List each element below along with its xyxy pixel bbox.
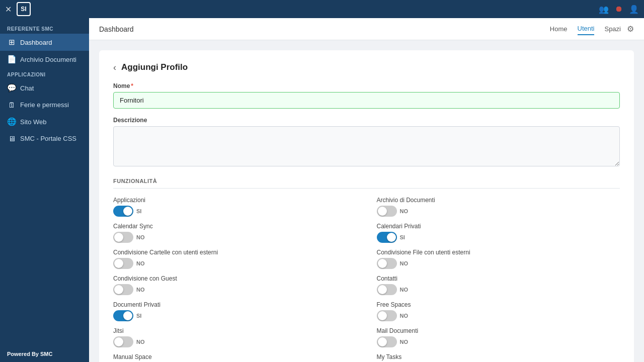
toggle-item-archivio_doc: Archivio di DocumentiNO (377, 197, 620, 217)
toggle-switch-documenti_privati[interactable] (113, 310, 133, 321)
content-area: Dashboard Home Utenti Spazi ⚙ ‹ Aggiungi… (89, 18, 644, 362)
toggle-row-condivisione_cartelle: NO (113, 258, 357, 269)
toggle-label-my_tasks: My Tasks (377, 353, 620, 360)
toggle-status-applicazioni: SI (136, 208, 141, 214)
toggle-item-calendar_sync: Calendar SyncNO (113, 223, 357, 243)
toggle-track-condivisione_cartelle (113, 258, 133, 269)
section-line (113, 188, 620, 189)
sidebar-item-dashboard[interactable]: ⊞ Dashboard (0, 34, 89, 51)
close-button[interactable]: ✕ (5, 5, 12, 14)
app-logo: SI (17, 2, 31, 16)
toggle-track-free_spaces (377, 310, 397, 321)
toggle-label-condivisione_guest: Condivisione con Guest (113, 275, 357, 282)
toggle-switch-calendari_privati[interactable] (377, 232, 397, 243)
toggle-thumb-condivisione_cartelle (114, 259, 123, 268)
toggle-row-condivisione_file: NO (377, 258, 620, 269)
toggle-status-free_spaces: NO (400, 313, 409, 319)
nav-home[interactable]: Home (550, 23, 568, 35)
dashboard-icon: ⊞ (7, 38, 16, 47)
toggle-item-documenti_privati: Documenti PrivatiSI (113, 301, 357, 321)
toggle-thumb-documenti_privati (123, 311, 132, 320)
toggle-row-calendari_privati: SI (377, 232, 620, 243)
sidebar-section-applicazioni: APPLICAZIONI (0, 68, 89, 79)
users-icon[interactable]: 👥 (599, 5, 609, 14)
toggle-thumb-free_spaces (378, 311, 387, 320)
toggle-row-contatti: NO (377, 284, 620, 295)
sidebar-item-ferie[interactable]: 🗓 Ferie e permessi (0, 97, 89, 113)
sidebar-item-portale[interactable]: 🖥 SMC - Portale CSS (0, 130, 89, 147)
nav-spazi[interactable]: Spazi (604, 23, 621, 35)
toggle-label-condivisione_file: Condivisione File con utenti esterni (377, 249, 620, 256)
toggle-label-documenti_privati: Documenti Privati (113, 301, 357, 308)
toggle-status-mail_documenti: NO (400, 339, 409, 345)
toggle-switch-calendar_sync[interactable] (113, 232, 133, 243)
sidebar-item-sito[interactable]: 🌐 Sito Web (0, 113, 89, 130)
toggle-item-mail_documenti: Mail DocumentiNO (377, 327, 620, 347)
toggle-switch-mail_documenti[interactable] (377, 336, 397, 347)
toggle-label-calendari_privati: Calendari Privati (377, 223, 620, 230)
toggle-label-archivio_doc: Archivio di Documenti (377, 197, 620, 204)
toggle-switch-condivisione_file[interactable] (377, 258, 397, 269)
record-icon[interactable]: ⏺ (615, 5, 623, 14)
sidebar-item-label: SMC - Portale CSS (20, 135, 76, 142)
sidebar-item-label: Archivio Documenti (20, 56, 76, 63)
toggle-switch-jitsi[interactable] (113, 336, 133, 347)
toggle-switch-free_spaces[interactable] (377, 310, 397, 321)
name-label: Nome* (113, 82, 620, 89)
toggle-row-calendar_sync: NO (113, 232, 357, 243)
account-icon[interactable]: 👤 (629, 5, 639, 14)
funzionalita-section: FUNZIONALITÀ (113, 178, 620, 189)
toggle-thumb-condivisione_file (378, 259, 387, 268)
toggle-row-condivisione_guest: NO (113, 284, 357, 295)
toggle-status-condivisione_cartelle: NO (136, 260, 145, 266)
desc-textarea[interactable] (113, 126, 620, 166)
toggle-row-archivio_doc: NO (377, 206, 620, 217)
page-title: Dashboard (99, 25, 550, 33)
toggle-status-condivisione_file: NO (400, 260, 409, 266)
ferie-icon: 🗓 (7, 101, 16, 109)
toggle-thumb-calendar_sync (114, 233, 123, 242)
form-card: ‹ Aggiungi Profilo Nome* Descrizione (99, 50, 634, 362)
toggle-status-condivisione_guest: NO (136, 287, 145, 293)
toggle-switch-contatti[interactable] (377, 284, 397, 295)
sidebar-item-archivio[interactable]: 📄 Archivio Documenti (0, 51, 89, 68)
sidebar-item-chat[interactable]: 💬 Chat (0, 79, 89, 97)
page-content: ‹ Aggiungi Profilo Nome* Descrizione (89, 40, 644, 362)
toggle-item-condivisione_guest: Condivisione con GuestNO (113, 275, 357, 295)
toggle-track-jitsi (113, 336, 133, 347)
toggle-item-my_tasks: My TasksNO (377, 353, 620, 362)
desc-field-group: Descrizione (113, 117, 620, 168)
settings-icon[interactable]: ⚙ (627, 24, 634, 34)
toggle-item-condivisione_file: Condivisione File con utenti esterniNO (377, 249, 620, 269)
toggle-row-free_spaces: NO (377, 310, 620, 321)
toggle-switch-condivisione_guest[interactable] (113, 284, 133, 295)
sidebar-footer: Powered By SMC (0, 346, 89, 362)
toggle-label-condivisione_cartelle: Condivisione Cartelle con utenti esterni (113, 249, 357, 256)
back-button[interactable]: ‹ (113, 63, 116, 72)
toggle-item-manual_space: Manual SpaceNO (113, 353, 357, 362)
toggle-status-calendari_privati: SI (400, 234, 405, 240)
name-input[interactable] (113, 92, 620, 109)
toggle-item-contatti: ContattiNO (377, 275, 620, 295)
toggle-switch-applicazioni[interactable] (113, 206, 133, 217)
toggle-track-archivio_doc (377, 206, 397, 217)
toggle-track-mail_documenti (377, 336, 397, 347)
main-layout: REFERENTE SMC ⊞ Dashboard 📄 Archivio Doc… (0, 18, 644, 362)
toggle-track-calendar_sync (113, 232, 133, 243)
toggle-thumb-contatti (378, 285, 387, 294)
toggle-thumb-jitsi (114, 337, 123, 346)
portale-icon: 🖥 (7, 134, 16, 143)
sidebar: REFERENTE SMC ⊞ Dashboard 📄 Archivio Doc… (0, 18, 89, 362)
toggle-status-calendar_sync: NO (136, 234, 145, 240)
toggle-thumb-condivisione_guest (114, 285, 123, 294)
nav-utenti[interactable]: Utenti (578, 23, 595, 35)
sidebar-section-referente: REFERENTE SMC (0, 22, 89, 34)
sidebar-item-label: Chat (20, 84, 34, 92)
toggle-switch-condivisione_cartelle[interactable] (113, 258, 133, 269)
sidebar-item-label: Ferie e permessi (20, 101, 69, 109)
toggle-thumb-calendari_privati (387, 233, 396, 242)
topbar: ✕ SI 👥 ⏺ 👤 (0, 0, 644, 18)
toggle-item-calendari_privati: Calendari PrivatiSI (377, 223, 620, 243)
toggle-switch-archivio_doc[interactable] (377, 206, 397, 217)
toggle-thumb-archivio_doc (378, 207, 387, 216)
